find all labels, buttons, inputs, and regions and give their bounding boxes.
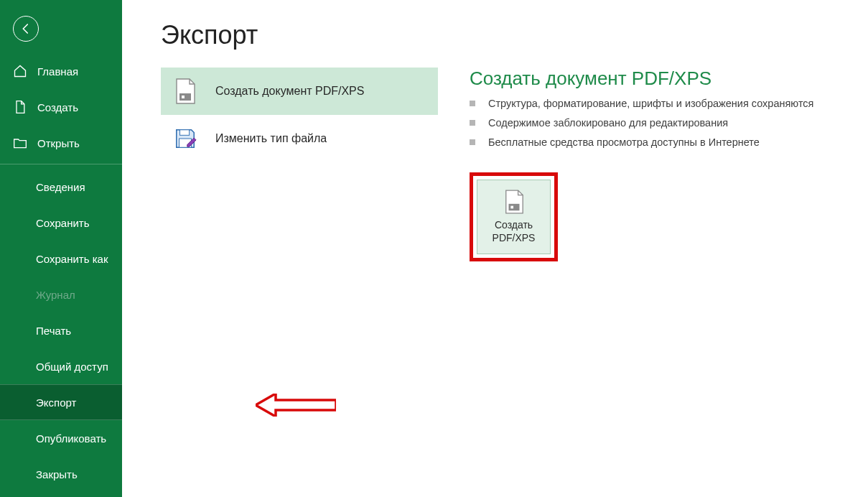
sidebar-item-close[interactable]: Закрыть [0, 456, 122, 492]
svg-rect-4 [508, 204, 519, 210]
detail-bullet: Содержимое заблокировано для редактирова… [470, 116, 868, 130]
page-title: Экспорт [161, 20, 868, 50]
bullet-icon [470, 120, 475, 126]
sidebar-item-label: Опубликовать [36, 432, 106, 445]
option-label: Изменить тип файла [215, 132, 327, 145]
detail-bullet: Структура, форматирование, шрифты и изоб… [470, 97, 868, 111]
annotation-red-frame: Создать PDF/XPS [470, 172, 558, 261]
sidebar-item-label: Сохранить [36, 217, 90, 229]
folder-open-icon [13, 136, 27, 150]
sidebar-item-open[interactable]: Открыть [0, 125, 122, 161]
backstage-sidebar: Главная Создать Открыть Сведения Сохрани… [0, 0, 122, 497]
sidebar-item-home[interactable]: Главная [0, 53, 122, 89]
detail-heading: Создать документ PDF/XPS [470, 68, 868, 90]
back-button[interactable] [13, 16, 39, 42]
create-pdf-xps-button[interactable]: Создать PDF/XPS [477, 180, 551, 254]
annotation-arrow-icon [256, 394, 336, 417]
sidebar-item-label: Открыть [37, 137, 80, 149]
sidebar-item-share[interactable]: Общий доступ [0, 348, 122, 384]
option-create-pdf-xps[interactable]: Создать документ PDF/XPS [161, 68, 438, 115]
svg-rect-1 [182, 96, 185, 98]
pdf-document-icon [174, 78, 197, 105]
sidebar-item-label: Главная [37, 65, 78, 78]
sidebar-divider [0, 164, 122, 164]
create-button-label: Создать PDF/XPS [493, 219, 536, 244]
export-detail-panel: Создать документ PDF/XPS Структура, форм… [470, 68, 868, 261]
sidebar-item-print[interactable]: Печать [0, 312, 122, 348]
sidebar-item-export[interactable]: Экспорт [0, 384, 122, 420]
sidebar-item-new[interactable]: Создать [0, 89, 122, 125]
sidebar-item-save[interactable]: Сохранить [0, 205, 122, 241]
sidebar-item-label: Создать [37, 101, 78, 113]
sidebar-item-info[interactable]: Сведения [0, 169, 122, 205]
detail-bullet-list: Структура, форматирование, шрифты и изоб… [470, 97, 868, 149]
option-change-file-type[interactable]: Изменить тип файла [161, 115, 438, 162]
arrow-left-icon [19, 22, 32, 35]
detail-bullet: Бесплатные средства просмотра доступны в… [470, 136, 868, 149]
sidebar-item-saveas[interactable]: Сохранить как [0, 241, 122, 277]
document-icon [13, 100, 27, 114]
svg-rect-0 [179, 93, 191, 101]
sidebar-item-label: Сведения [36, 181, 85, 193]
home-icon [13, 64, 27, 78]
svg-rect-5 [510, 206, 513, 209]
bullet-icon [470, 139, 475, 145]
bullet-icon [470, 101, 475, 106]
save-disk-icon [174, 125, 197, 152]
sidebar-item-label: Печать [36, 325, 71, 337]
pdf-document-icon [503, 189, 525, 215]
sidebar-item-label: Общий доступ [36, 361, 108, 373]
sidebar-item-label: Сохранить как [36, 253, 108, 265]
option-label: Создать документ PDF/XPS [215, 85, 364, 98]
sidebar-item-publish[interactable]: Опубликовать [0, 420, 122, 456]
sidebar-item-history: Журнал [0, 277, 122, 312]
sidebar-item-label: Экспорт [36, 396, 76, 409]
svg-rect-2 [179, 130, 189, 136]
sidebar-item-label: Закрыть [36, 468, 78, 480]
main-content: Экспорт Создать документ PDF/XPS [122, 0, 868, 497]
export-options-list: Создать документ PDF/XPS Изменить тип фа… [161, 68, 438, 261]
sidebar-item-label: Журнал [36, 289, 75, 301]
